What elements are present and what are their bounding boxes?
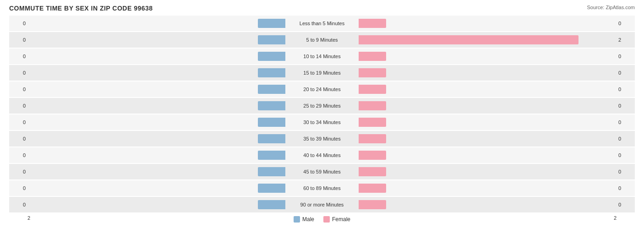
- bars-wrapper: 35 to 39 Minutes: [27, 131, 617, 147]
- bar-label: 10 to 14 Minutes: [285, 54, 359, 59]
- left-value: 0: [9, 185, 27, 191]
- bar-row: 0 30 to 34 Minutes 0: [9, 114, 635, 130]
- bars-wrapper: 90 or more Minutes: [27, 197, 617, 212]
- right-value: 0: [617, 152, 635, 158]
- female-bar: [359, 19, 386, 28]
- bar-label: 20 to 24 Minutes: [285, 87, 359, 92]
- right-value: 0: [617, 120, 635, 125]
- bars-wrapper: 15 to 19 Minutes: [27, 65, 617, 81]
- female-bar: [359, 68, 386, 77]
- bar-container: 20 to 24 Minutes: [27, 81, 617, 97]
- right-value: 0: [617, 54, 635, 59]
- male-bar: [258, 19, 285, 28]
- bars-wrapper: Less than 5 Minutes: [27, 16, 617, 31]
- male-side: [27, 84, 285, 94]
- bars-wrapper: 20 to 24 Minutes: [27, 81, 617, 97]
- female-side: [359, 84, 617, 94]
- male-side: [27, 101, 285, 111]
- right-value: 0: [617, 185, 635, 191]
- legend-male: Male: [294, 216, 314, 223]
- right-value: 0: [617, 202, 635, 207]
- left-value: 0: [9, 120, 27, 125]
- left-value: 0: [9, 152, 27, 158]
- female-bar: [359, 151, 386, 160]
- bar-row: 0 90 or more Minutes 0: [9, 197, 635, 212]
- female-bar: [359, 35, 579, 44]
- female-side: [359, 68, 617, 78]
- right-value: 0: [617, 103, 635, 109]
- bottom-axis: 2 Male Female 2: [9, 213, 635, 223]
- bar-row: 0 20 to 24 Minutes 0: [9, 81, 635, 97]
- male-bar: [258, 35, 285, 44]
- female-legend-label: Female: [332, 216, 350, 223]
- right-value: 0: [617, 87, 635, 92]
- right-value: 0: [617, 169, 635, 174]
- male-bar: [258, 134, 285, 143]
- bars-wrapper: 40 to 44 Minutes: [27, 147, 617, 163]
- source-label: Source: ZipAtlas.com: [587, 5, 635, 10]
- bar-label: 40 to 44 Minutes: [285, 152, 359, 158]
- male-bar: [258, 167, 285, 176]
- male-bar: [258, 52, 285, 61]
- female-side: [359, 134, 617, 144]
- bar-row: 0 60 to 89 Minutes 0: [9, 180, 635, 196]
- male-bar: [258, 85, 285, 94]
- right-value: 2: [617, 37, 635, 43]
- right-value: 0: [617, 70, 635, 76]
- bar-row: 0 Less than 5 Minutes 0: [9, 16, 635, 31]
- bar-label: 5 to 9 Minutes: [285, 37, 359, 43]
- female-side: [359, 51, 617, 61]
- female-side: [359, 101, 617, 111]
- female-side: [359, 117, 617, 127]
- female-bar: [359, 200, 386, 209]
- left-value: 0: [9, 21, 27, 26]
- bar-container: 30 to 34 Minutes: [27, 114, 617, 130]
- bar-container: 5 to 9 Minutes: [27, 32, 617, 48]
- left-value: 0: [9, 87, 27, 92]
- bar-container: 60 to 89 Minutes: [27, 180, 617, 196]
- male-bar: [258, 68, 285, 77]
- female-legend-box: [323, 216, 330, 223]
- bar-row: 0 15 to 19 Minutes 0: [9, 65, 635, 81]
- female-side: [359, 200, 617, 210]
- female-bar: [359, 134, 386, 143]
- bar-container: 90 or more Minutes: [27, 197, 617, 212]
- axis-right-val: 2: [614, 215, 617, 221]
- female-side: [359, 167, 617, 177]
- bar-container: Less than 5 Minutes: [27, 16, 617, 31]
- right-value: 0: [617, 21, 635, 26]
- left-value: 0: [9, 70, 27, 76]
- bar-row: 0 5 to 9 Minutes 2: [9, 32, 635, 48]
- male-bar: [258, 200, 285, 209]
- legend: Male Female: [294, 216, 350, 223]
- male-legend-box: [294, 216, 300, 223]
- bar-container: 15 to 19 Minutes: [27, 65, 617, 81]
- male-side: [27, 51, 285, 61]
- male-bar: [258, 151, 285, 160]
- bar-row: 0 35 to 39 Minutes 0: [9, 131, 635, 147]
- bar-label: 30 to 34 Minutes: [285, 120, 359, 125]
- male-side: [27, 134, 285, 144]
- left-value: 0: [9, 202, 27, 207]
- female-side: [359, 183, 617, 193]
- bar-container: 45 to 59 Minutes: [27, 164, 617, 179]
- bar-row: 0 45 to 59 Minutes 0: [9, 164, 635, 179]
- left-value: 0: [9, 54, 27, 59]
- female-side: [359, 35, 617, 45]
- male-side: [27, 35, 285, 45]
- bar-label: 90 or more Minutes: [285, 202, 359, 207]
- bar-label: Less than 5 Minutes: [285, 21, 359, 26]
- page-container: COMMUTE TIME BY SEX IN ZIP CODE 99638 So…: [0, 0, 644, 239]
- female-bar: [359, 52, 386, 61]
- bar-row: 0 25 to 29 Minutes 0: [9, 98, 635, 114]
- left-value: 0: [9, 136, 27, 141]
- male-side: [27, 167, 285, 177]
- left-value: 0: [9, 169, 27, 174]
- bar-container: 35 to 39 Minutes: [27, 131, 617, 147]
- bar-label: 25 to 29 Minutes: [285, 103, 359, 109]
- female-bar: [359, 167, 386, 176]
- female-bar: [359, 118, 386, 127]
- female-bar: [359, 101, 386, 110]
- bars-wrapper: 5 to 9 Minutes: [27, 32, 617, 48]
- female-side: [359, 18, 617, 28]
